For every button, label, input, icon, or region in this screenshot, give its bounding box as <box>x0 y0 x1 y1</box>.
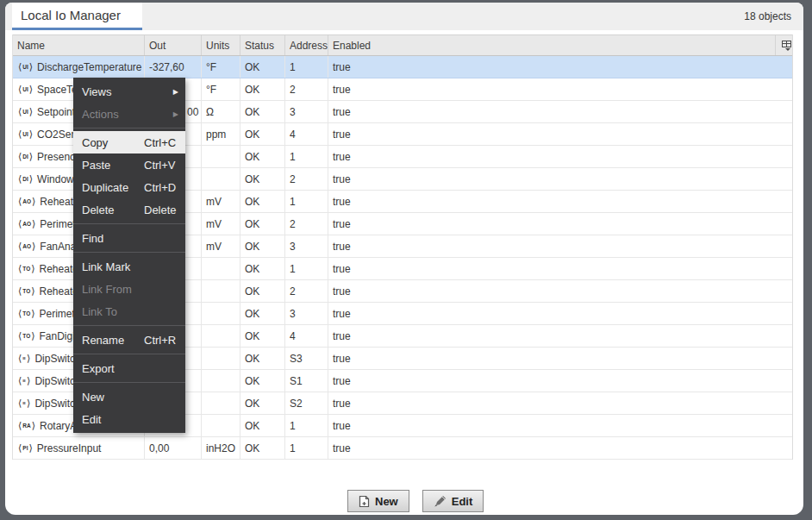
new-document-icon <box>359 495 370 508</box>
menu-item-views[interactable]: Views▶ <box>73 80 185 103</box>
ui-point-icon: UI <box>18 85 33 94</box>
address-cell: 4 <box>285 123 328 145</box>
address-cell: 4 <box>285 325 328 347</box>
menu-group: Export <box>73 354 185 382</box>
ao-point-icon: AO <box>18 241 35 251</box>
enabled-cell: true <box>328 303 792 324</box>
menu-item-label: Duplicate <box>82 181 144 194</box>
column-header-address[interactable]: Address <box>285 35 328 55</box>
status-cell: OK <box>240 101 285 122</box>
menu-item-label: Find <box>82 232 144 245</box>
menu-item-label: Views <box>82 85 144 98</box>
menu-item-label: Link Mark <box>82 260 144 273</box>
column-header-out[interactable]: Out <box>145 35 202 55</box>
ui-point-icon: UI <box>18 129 33 139</box>
status-cell: OK <box>240 370 285 392</box>
menu-group: CopyCtrl+CPasteCtrl+VDuplicateCtrl+DDele… <box>73 128 185 223</box>
units-cell <box>202 146 240 167</box>
context-menu: Views▶Actions▶CopyCtrl+CPasteCtrl+VDupli… <box>73 78 185 433</box>
status-cell: OK <box>240 392 285 414</box>
to-point-icon: TO <box>18 286 35 296</box>
dipswitch-point-icon: ≡ <box>18 376 30 385</box>
point-name: Setpoint <box>37 106 75 118</box>
menu-group: Views▶Actions▶ <box>73 78 185 128</box>
units-cell: Ω <box>202 101 240 122</box>
status-cell: OK <box>240 191 285 212</box>
units-cell <box>202 258 240 279</box>
address-cell: S1 <box>285 370 328 392</box>
menu-item-label: Export <box>82 362 144 375</box>
column-selector-icon[interactable] <box>776 35 792 55</box>
menu-item-shortcut: Ctrl+V <box>144 159 178 172</box>
enabled-cell: true <box>328 325 792 347</box>
units-cell: ppm <box>202 123 240 145</box>
enabled-cell: true <box>328 235 792 257</box>
tab-local-io-manager[interactable]: Local Io Manager <box>12 3 142 30</box>
new-button[interactable]: New <box>347 490 409 512</box>
column-header-units[interactable]: Units <box>202 35 240 55</box>
ui-point-icon: UI <box>18 107 33 116</box>
point-name: Window <box>37 173 74 185</box>
enabled-cell: true <box>328 56 792 78</box>
units-cell: inH2O <box>202 437 240 459</box>
address-cell: 1 <box>285 146 328 167</box>
status-cell: OK <box>240 415 285 436</box>
name-cell: PI PressureInput <box>13 437 145 459</box>
units-cell: mV <box>202 191 240 212</box>
pencil-icon <box>434 495 447 507</box>
address-cell: 2 <box>285 213 328 235</box>
point-name: PressureInput <box>37 442 102 454</box>
ao-point-icon: AO <box>18 197 35 206</box>
menu-group: Find <box>73 223 185 252</box>
address-cell: 3 <box>285 101 328 122</box>
address-cell: 2 <box>285 168 328 190</box>
column-header-label: Address <box>290 40 328 52</box>
status-cell: OK <box>240 168 285 190</box>
units-cell <box>202 168 240 190</box>
table-row[interactable]: UI DischargeTemperature -327,60 °F OK 1 … <box>13 56 792 78</box>
enabled-cell: true <box>328 101 792 122</box>
menu-item-new[interactable]: New <box>73 385 185 408</box>
ui-point-icon: UI <box>18 62 33 72</box>
menu-item-paste[interactable]: PasteCtrl+V <box>73 153 185 176</box>
address-cell: S2 <box>285 392 328 414</box>
edit-button[interactable]: Edit <box>422 490 484 512</box>
menu-item-export[interactable]: Export <box>73 357 185 379</box>
menu-item-shortcut: Delete <box>144 204 178 216</box>
column-header-status[interactable]: Status <box>240 35 285 55</box>
menu-item-link-mark[interactable]: Link Mark <box>73 255 185 278</box>
column-header-label: Name <box>17 40 45 52</box>
menu-item-rename[interactable]: RenameCtrl+R <box>73 329 185 351</box>
menu-item-duplicate[interactable]: DuplicateCtrl+D <box>73 176 185 198</box>
status-cell: OK <box>240 78 285 100</box>
address-cell: 3 <box>285 303 328 324</box>
menu-group: RenameCtrl+R <box>73 325 185 354</box>
submenu-arrow-icon: ▶ <box>173 88 178 96</box>
address-cell: 2 <box>285 280 328 302</box>
column-header-name[interactable]: Name <box>13 35 145 55</box>
units-cell <box>202 392 240 414</box>
address-cell: 1 <box>285 415 328 436</box>
to-point-icon: TO <box>18 309 35 318</box>
enabled-cell: true <box>328 191 792 212</box>
out-cell: 0,00 <box>145 437 202 459</box>
page-title: Local Io Manager <box>21 8 121 22</box>
menu-item-link-to: Link To <box>73 300 185 323</box>
menu-item-delete[interactable]: DeleteDelete <box>73 198 185 221</box>
address-cell: 1 <box>285 191 328 212</box>
enabled-cell: true <box>328 392 792 414</box>
column-header-enabled[interactable]: Enabled <box>328 35 776 55</box>
point-name: DipSwitc <box>34 375 75 387</box>
menu-item-find[interactable]: Find <box>73 227 185 249</box>
status-cell: OK <box>240 56 285 78</box>
table-row[interactable]: PI PressureInput 0,00 inH2O OK 1 true <box>13 437 792 460</box>
menu-item-shortcut: Ctrl+C <box>144 136 178 149</box>
point-name: FanDigit <box>40 330 78 342</box>
object-count-label: 18 objects <box>744 10 791 22</box>
column-header-label: Enabled <box>333 40 371 52</box>
menu-item-edit[interactable]: Edit <box>73 408 185 430</box>
point-name: RotaryA <box>40 420 77 432</box>
enabled-cell: true <box>328 415 792 436</box>
menu-item-copy[interactable]: CopyCtrl+C <box>73 131 185 153</box>
status-cell: OK <box>240 213 285 235</box>
